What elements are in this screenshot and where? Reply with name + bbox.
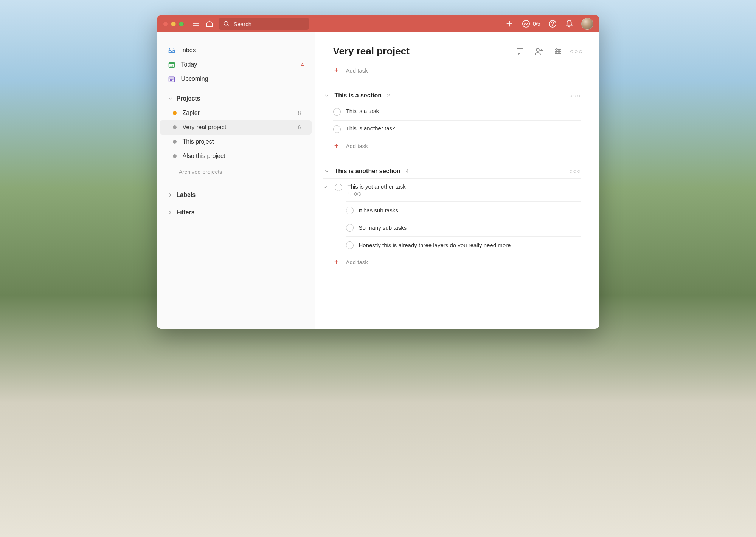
task-checkbox[interactable] xyxy=(346,224,354,232)
search-icon xyxy=(223,20,230,27)
svg-point-3 xyxy=(224,21,228,25)
chevron-right-icon xyxy=(168,210,173,215)
window-controls xyxy=(163,22,184,26)
sidebar-projects-header[interactable]: Projects xyxy=(157,86,315,106)
task-checkbox[interactable] xyxy=(346,207,354,214)
today-label: Today xyxy=(181,61,197,68)
subtask-row[interactable]: So many sub tasks xyxy=(346,219,581,236)
project-color-dot xyxy=(173,111,177,115)
menu-icon[interactable] xyxy=(191,19,200,28)
task-checkbox[interactable] xyxy=(335,184,342,191)
main-content: Very real project ○○○ + Add task xyxy=(315,32,599,329)
subtask-row[interactable]: It has sub tasks xyxy=(346,201,581,219)
section-title: This is a section xyxy=(335,92,382,99)
search-input[interactable] xyxy=(234,21,305,27)
task-subtask-meta: 0/3 xyxy=(348,191,581,197)
project-name: Zapier xyxy=(183,110,200,116)
sidebar-filters-header[interactable]: Filters xyxy=(157,202,315,220)
section-count: 2 xyxy=(387,93,390,99)
svg-point-20 xyxy=(536,48,539,51)
upcoming-label: Upcoming xyxy=(181,76,208,82)
sidebar-labels-header[interactable]: Labels xyxy=(157,179,315,202)
add-task-label: Add task xyxy=(346,259,368,265)
sidebar-item-upcoming[interactable]: Upcoming xyxy=(157,72,315,86)
sidebar-archived-projects[interactable]: Archived projects xyxy=(157,163,315,179)
app-window: 0/5 Inbox 12 Today xyxy=(157,15,599,329)
labels-header-label: Labels xyxy=(177,192,196,198)
chevron-down-icon[interactable] xyxy=(323,184,329,190)
notifications-icon[interactable] xyxy=(565,19,574,28)
section-title: This is another section xyxy=(335,168,401,175)
sidebar-project[interactable]: Also this project xyxy=(160,149,312,163)
project-count: 6 xyxy=(298,124,301,130)
project-color-dot xyxy=(173,154,177,158)
project-title: Very real project xyxy=(333,45,410,57)
quick-add-icon[interactable] xyxy=(505,19,514,28)
task-row[interactable]: This is yet another task 0/3 xyxy=(323,178,581,201)
window-maximize-button[interactable] xyxy=(179,22,184,26)
subtask-progress: 0/3 xyxy=(354,191,361,197)
task-row[interactable]: This is another task xyxy=(333,120,581,138)
subtask-title: It has sub tasks xyxy=(359,207,398,214)
sidebar-project[interactable]: This project xyxy=(160,135,312,149)
home-icon[interactable] xyxy=(205,19,214,28)
project-name: Also this project xyxy=(183,153,225,159)
chevron-down-icon[interactable] xyxy=(324,93,331,98)
task-row[interactable]: This is a task xyxy=(333,103,581,120)
productivity-count[interactable]: 0/5 xyxy=(533,21,540,27)
subtask-title: Honestly this is already three layers do… xyxy=(359,242,511,248)
chevron-down-icon[interactable] xyxy=(324,169,331,174)
sidebar-project[interactable]: Zapier 8 xyxy=(160,106,312,120)
more-icon[interactable]: ○○○ xyxy=(572,47,581,56)
sidebar-item-inbox[interactable]: Inbox xyxy=(157,43,315,57)
archived-label: Archived projects xyxy=(179,169,222,175)
upcoming-icon xyxy=(168,75,176,83)
project-header: Very real project ○○○ xyxy=(333,45,581,57)
project-name: Very real project xyxy=(183,124,227,131)
task-title: This is another task xyxy=(346,125,581,132)
section-header[interactable]: This is a section 2 ○○○ xyxy=(324,92,581,103)
section-more-icon[interactable]: ○○○ xyxy=(569,93,581,99)
today-icon: 12 xyxy=(168,60,176,69)
sidebar-project[interactable]: Very real project 6 xyxy=(160,120,312,135)
search-box[interactable] xyxy=(219,18,309,30)
svg-text:12: 12 xyxy=(170,64,173,67)
section-more-icon[interactable]: ○○○ xyxy=(569,168,581,174)
section-header[interactable]: This is another section 4 ○○○ xyxy=(324,168,581,178)
plus-icon: + xyxy=(333,142,340,150)
svg-line-4 xyxy=(227,25,229,26)
subtask-title: So many sub tasks xyxy=(359,224,407,231)
task-title: This is a task xyxy=(346,108,581,114)
task-checkbox[interactable] xyxy=(346,241,354,249)
productivity-icon[interactable] xyxy=(522,19,531,28)
chevron-down-icon xyxy=(168,96,173,101)
projects-header-label: Projects xyxy=(177,95,200,102)
task-title: This is yet another task xyxy=(348,183,581,190)
window-close-button[interactable] xyxy=(163,22,168,26)
task-content: This is a task xyxy=(346,108,581,114)
filters-header-label: Filters xyxy=(177,209,195,216)
comments-icon[interactable] xyxy=(515,47,525,56)
project-name: This project xyxy=(183,138,214,145)
task-content: This is yet another task 0/3 xyxy=(348,183,581,197)
task-checkbox[interactable] xyxy=(333,125,341,133)
view-options-icon[interactable] xyxy=(553,47,562,56)
titlebar-right: 0/5 xyxy=(505,18,593,30)
add-task-label: Add task xyxy=(346,67,368,74)
section: This is a section 2 ○○○ This is a task T… xyxy=(324,92,581,154)
sidebar-item-today[interactable]: 12 Today 4 xyxy=(157,57,315,72)
sidebar: Inbox 12 Today 4 Upcoming Projects xyxy=(157,32,315,329)
inbox-icon xyxy=(168,46,176,54)
section: This is another section 4 ○○○ This is ye… xyxy=(324,168,581,270)
task-content: This is another task xyxy=(346,125,581,132)
add-task-section[interactable]: + Add task xyxy=(333,138,581,154)
plus-icon: + xyxy=(333,66,340,75)
add-task-top[interactable]: + Add task xyxy=(333,62,581,79)
avatar[interactable] xyxy=(581,18,593,30)
subtask-row[interactable]: Honestly this is already three layers do… xyxy=(346,236,581,254)
help-icon[interactable] xyxy=(548,19,557,28)
share-icon[interactable] xyxy=(534,47,543,56)
window-minimize-button[interactable] xyxy=(171,22,176,26)
add-task-section[interactable]: + Add task xyxy=(333,254,581,270)
task-checkbox[interactable] xyxy=(333,108,341,116)
